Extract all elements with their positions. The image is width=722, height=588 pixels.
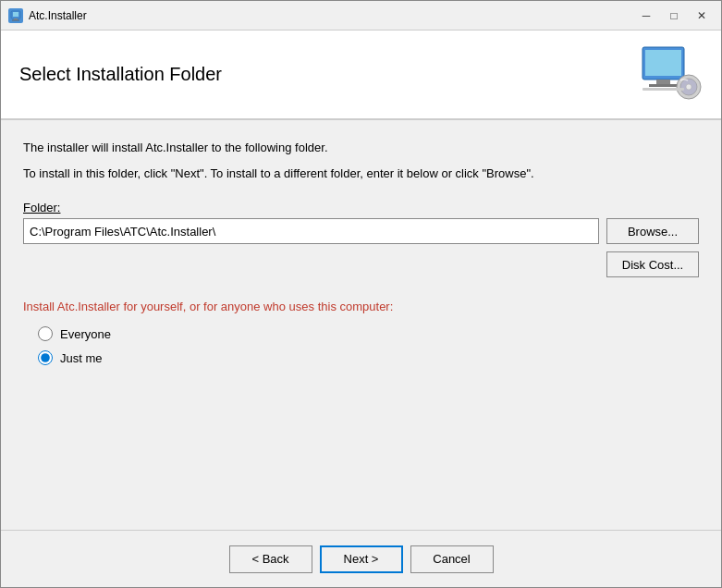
just-me-label: Just me xyxy=(60,351,103,365)
maximize-button[interactable]: □ xyxy=(662,6,686,25)
computer-icon xyxy=(638,45,703,104)
header-section: Select Installation Folder xyxy=(1,31,721,120)
svg-rect-11 xyxy=(642,88,684,91)
svg-point-10 xyxy=(686,84,691,90)
window-controls: ─ □ ✕ xyxy=(634,6,714,25)
window-title: Atc.Installer xyxy=(29,9,634,22)
footer: < Back Next > Cancel xyxy=(1,530,721,587)
install-for-label: Install Atc.Installer for yourself, or f… xyxy=(23,300,699,313)
page-title: Select Installation Folder xyxy=(19,64,222,85)
svg-rect-7 xyxy=(649,84,678,87)
just-me-radio-row: Just me xyxy=(38,350,699,365)
svg-rect-6 xyxy=(656,80,670,84)
svg-rect-1 xyxy=(13,12,18,17)
next-button[interactable]: Next > xyxy=(320,545,403,573)
minimize-button[interactable]: ─ xyxy=(634,6,658,25)
folder-row: Browse... xyxy=(23,218,699,244)
app-icon xyxy=(8,8,23,23)
browse-button[interactable]: Browse... xyxy=(606,218,699,244)
main-content: The installer will install Atc.Installer… xyxy=(1,120,721,530)
everyone-label: Everyone xyxy=(60,327,111,341)
back-button[interactable]: < Back xyxy=(229,545,312,573)
svg-rect-5 xyxy=(645,50,681,76)
folder-label: Folder: xyxy=(23,201,699,214)
disk-cost-button[interactable]: Disk Cost... xyxy=(606,251,699,277)
title-bar: Atc.Installer ─ □ ✕ xyxy=(1,1,721,31)
disk-cost-row: Disk Cost... xyxy=(23,251,699,277)
description: The installer will install Atc.Installer… xyxy=(23,139,699,190)
svg-rect-2 xyxy=(14,18,18,20)
just-me-radio[interactable] xyxy=(38,350,53,365)
folder-input[interactable] xyxy=(23,218,599,244)
everyone-radio[interactable] xyxy=(38,326,53,341)
close-button[interactable]: ✕ xyxy=(690,6,714,25)
desc-line2: To install in this folder, click "Next".… xyxy=(23,165,699,183)
desc-line1: The installer will install Atc.Installer… xyxy=(23,139,699,157)
installer-window: Atc.Installer ─ □ ✕ Select Installation … xyxy=(0,0,722,588)
cancel-button[interactable]: Cancel xyxy=(410,545,494,573)
svg-rect-3 xyxy=(12,19,19,20)
everyone-radio-row: Everyone xyxy=(38,326,699,341)
radio-group: Everyone Just me xyxy=(38,326,699,365)
